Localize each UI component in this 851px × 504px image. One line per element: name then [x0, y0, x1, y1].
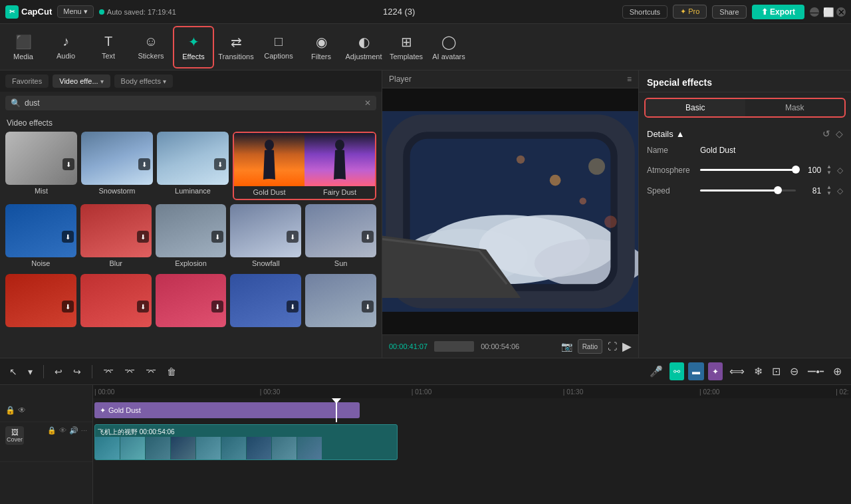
menu-button[interactable]: Menu ▾	[57, 5, 94, 18]
row3-0-download-icon[interactable]: ⬇	[62, 301, 74, 313]
tab-favorites[interactable]: Favorites	[5, 74, 49, 88]
row3-4-download-icon[interactable]: ⬇	[362, 301, 374, 313]
copy-button[interactable]: ◇	[836, 128, 843, 139]
mist-download-icon[interactable]: ⬇	[62, 158, 74, 170]
blur-download-icon[interactable]: ⬇	[137, 231, 149, 243]
toolbar-item-media[interactable]: ⬛ Media	[3, 26, 44, 68]
explosion-download-icon[interactable]: ⬇	[211, 231, 223, 243]
video-more-icon[interactable]: ···	[81, 426, 87, 435]
frame-capture-button[interactable]: 📷	[561, 339, 572, 354]
toolbar-item-filters[interactable]: ◉ Filters	[301, 26, 342, 68]
player-timeline-strip[interactable]	[434, 341, 474, 352]
effect-snowstorm[interactable]: ⬇ Snowstorm	[81, 132, 153, 200]
video-audio-icon[interactable]: 🔊	[69, 426, 78, 435]
effect-luminance[interactable]: ⬇ Luminance	[157, 132, 229, 200]
toolbar-item-audio[interactable]: ♪ Audio	[45, 26, 86, 68]
speed-increment[interactable]: ▲	[826, 185, 832, 190]
speed-reset[interactable]: ◇	[837, 186, 843, 195]
details-collapse-icon[interactable]: ▲	[676, 129, 685, 139]
ratio-button[interactable]: Ratio	[578, 339, 602, 354]
toolbar-item-ai-avatars[interactable]: ◯ AI avatars	[428, 26, 469, 68]
toolbar-item-stickers[interactable]: ☺ Stickers	[130, 26, 172, 68]
effect-sun[interactable]: ⬇ Sun	[305, 204, 376, 270]
speed-slider-track[interactable]	[700, 189, 796, 191]
select-dropdown-button[interactable]: ▾	[25, 364, 35, 380]
shortcuts-button[interactable]: Shortcuts	[622, 5, 668, 19]
tab-video-effects[interactable]: Video effe... ▾	[53, 74, 110, 88]
speed-decrement[interactable]: ▼	[826, 191, 832, 196]
split-left-button[interactable]: ⌤	[122, 364, 138, 380]
search-bar[interactable]: 🔍 ✕	[5, 96, 376, 110]
effects-track-lock-icon[interactable]: 🔒	[5, 406, 15, 415]
zoom-out-button[interactable]: ⊖	[787, 362, 801, 380]
tab-body-effects[interactable]: Body effects ▾	[114, 74, 173, 88]
search-input[interactable]	[25, 98, 360, 108]
playhead[interactable]	[336, 398, 337, 422]
row3-3-download-icon[interactable]: ⬇	[287, 301, 299, 313]
snowfall-download-icon[interactable]: ⬇	[287, 231, 299, 243]
effect-blur[interactable]: ⬇ Blur	[80, 204, 152, 270]
main-track-button[interactable]: ▬	[688, 362, 704, 380]
audio-track-button[interactable]: ⟺	[727, 362, 747, 380]
reset-all-button[interactable]: ↺	[822, 128, 830, 139]
effect-noise[interactable]: ⬇ Noise	[5, 204, 76, 270]
video-lock-icon[interactable]: 🔒	[47, 426, 57, 435]
microphone-button[interactable]: 🎤	[647, 362, 666, 380]
noise-download-icon[interactable]: ⬇	[62, 231, 74, 243]
share-button[interactable]: Share	[712, 5, 746, 19]
effect-gold-dust[interactable]	[234, 133, 304, 186]
toolbar-item-adjustment[interactable]: ◐ Adjustment	[343, 26, 384, 68]
play-button[interactable]: ▶	[622, 339, 632, 354]
cover-icon[interactable]: 🖼 Cover	[5, 426, 24, 445]
undo-button[interactable]: ↩	[52, 364, 65, 380]
sun-download-icon[interactable]: ⬇	[362, 231, 374, 243]
effect-mist[interactable]: ⬇ Mist	[5, 132, 77, 200]
effect-explosion[interactable]: ⬇ Explosion	[156, 204, 227, 270]
toolbar-item-effects[interactable]: ✦ Effects	[173, 26, 214, 68]
minimize-button[interactable]: —	[810, 7, 819, 17]
export-button[interactable]: ⬆ Export	[752, 5, 804, 19]
zoom-in-button[interactable]: ⊕	[830, 362, 844, 380]
video-clip[interactable]: 飞机上的视野 00:00:54:06	[94, 424, 398, 460]
atmosphere-slider-thumb[interactable]	[792, 166, 800, 174]
atmosphere-increment[interactable]: ▲	[826, 164, 832, 170]
delete-button[interactable]: 🗑	[164, 364, 179, 380]
freeze-button[interactable]: ❄	[751, 362, 765, 380]
video-eye-icon[interactable]: 👁	[59, 426, 66, 435]
pro-button[interactable]: ✦ Pro	[673, 5, 707, 19]
effect-snowfall[interactable]: ⬇ Snowfall	[230, 204, 301, 270]
tab-basic[interactable]: Basic	[646, 99, 745, 116]
maximize-button[interactable]: ⬜	[823, 7, 832, 17]
effect-row3-3[interactable]: ⬇	[230, 274, 301, 332]
select-tool-button[interactable]: ↖	[7, 364, 20, 380]
atmosphere-decrement[interactable]: ▼	[826, 170, 832, 176]
atmosphere-slider-track[interactable]	[700, 169, 796, 171]
effect-row3-0[interactable]: ⬇	[5, 274, 76, 332]
row3-1-download-icon[interactable]: ⬇	[137, 301, 149, 313]
effect-row3-2[interactable]: ⬇	[156, 274, 227, 332]
speed-slider-thumb[interactable]	[774, 186, 782, 194]
link-clip-button[interactable]: ⚯	[669, 362, 684, 380]
snowstorm-download-icon[interactable]: ⬇	[138, 158, 150, 170]
effect-fairy-dust[interactable]	[304, 133, 375, 186]
fullscreen-button[interactable]: ⛶	[608, 339, 617, 354]
search-clear-icon[interactable]: ✕	[364, 98, 371, 108]
toolbar-item-templates[interactable]: ⊞ Templates	[386, 26, 427, 68]
effects-track-eye-icon[interactable]: 👁	[18, 406, 26, 415]
crop-button[interactable]: ⊡	[769, 362, 783, 380]
toolbar-item-text[interactable]: T Text	[88, 26, 129, 68]
player-menu-icon[interactable]: ≡	[627, 74, 632, 84]
effect-row3-1[interactable]: ⬇	[80, 274, 152, 332]
luminance-download-icon[interactable]: ⬇	[214, 158, 226, 170]
row3-2-download-icon[interactable]: ⬇	[211, 301, 223, 313]
zoom-slider[interactable]: ━━●━	[805, 362, 826, 380]
effect-gold-dust-clip[interactable]: ✦ Gold Dust	[94, 402, 360, 418]
close-button[interactable]: ✕	[836, 7, 846, 17]
split-right-button[interactable]: ⌤	[143, 364, 159, 380]
split-button[interactable]: ⌤	[100, 364, 116, 380]
tab-mask[interactable]: Mask	[745, 99, 845, 116]
toolbar-item-transitions[interactable]: ⇄ Transitions	[215, 26, 257, 68]
redo-button[interactable]: ↪	[70, 364, 84, 380]
toolbar-item-captions[interactable]: □ Captions	[258, 26, 299, 68]
effect-row3-4[interactable]: ⬇	[305, 274, 376, 332]
